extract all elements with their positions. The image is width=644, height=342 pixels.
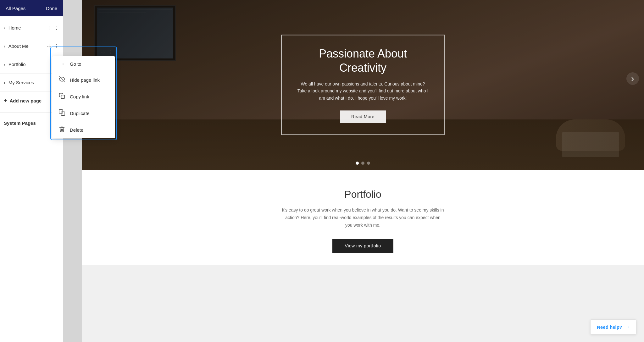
context-menu-border: ⊹ ⋮ → Go to [50, 47, 117, 140]
all-pages-label: All Pages [6, 6, 25, 11]
done-button[interactable]: Done [46, 6, 57, 11]
chevron-right-icon: › [4, 25, 5, 30]
add-page-label: Add new page [10, 98, 42, 103]
chevron-right-icon: › [4, 62, 5, 67]
hero-subtitle: We all have our own passions and talents… [297, 80, 429, 102]
home-item-icons: ⊹ ⋮ [47, 25, 59, 31]
chevron-right-icon: › [4, 80, 5, 85]
hero-read-more-button[interactable]: Read More [340, 111, 386, 123]
context-more-icon[interactable]: ⋮ [108, 49, 113, 55]
move-icon[interactable]: ⊹ [47, 25, 51, 31]
need-help-bar[interactable]: Need help? → [590, 319, 636, 334]
context-menu-goto[interactable]: → Go to [52, 56, 115, 72]
portfolio-section: Portfolio It's easy to do great work whe… [82, 170, 644, 265]
context-menu-overlay: ⊹ ⋮ → Go to [50, 47, 117, 140]
svg-rect-1 [61, 95, 65, 99]
context-menu-copy-link[interactable]: Copy link [52, 88, 115, 105]
context-menu-goto-label: Go to [70, 61, 81, 67]
hero-dot-2[interactable] [361, 162, 364, 165]
portfolio-title: Portfolio [94, 189, 631, 200]
svg-rect-3 [61, 112, 65, 116]
duplicate-icon [58, 109, 65, 117]
portfolio-description: It's easy to do great work when you beli… [281, 207, 445, 229]
context-menu-copy-label: Copy link [70, 94, 89, 99]
more-options-icon[interactable]: ⋮ [54, 25, 59, 31]
hero-dot-3[interactable] [367, 162, 370, 165]
eye-off-icon [58, 76, 65, 84]
preview-panel: ‹ › Passionate About Creativity We all h… [82, 0, 644, 342]
hero-next-arrow[interactable]: › [626, 72, 639, 85]
left-panel: All Pages Done › Home ⊹ ⋮ › About Me ⊹ ⋮… [0, 0, 63, 342]
system-pages-label: System Pages [4, 120, 36, 126]
left-header: All Pages Done [0, 0, 63, 16]
svg-rect-2 [59, 110, 63, 113]
context-menu-delete-label: Delete [70, 127, 83, 133]
need-help-arrow-icon: → [625, 324, 630, 330]
sidebar-item-about-me-label: About Me [8, 43, 47, 49]
copy-icon [58, 93, 65, 101]
view-portfolio-button[interactable]: View my portfolio [332, 239, 394, 253]
hero-dot-1[interactable] [356, 162, 359, 165]
context-menu-hide-label: Hide page link [70, 77, 100, 83]
sidebar-item-home[interactable]: › Home ⊹ ⋮ [0, 19, 63, 37]
arrow-right-icon: → [58, 61, 65, 67]
context-menu-duplicate-label: Duplicate [70, 111, 90, 116]
hero-content-box: Passionate About Creativity We all have … [281, 35, 445, 135]
context-menu: → Go to Hide page link [52, 56, 115, 138]
context-move-icon[interactable]: ⊹ [101, 49, 105, 55]
context-menu-hide-link[interactable]: Hide page link [52, 72, 115, 88]
sidebar-item-home-label: Home [8, 25, 47, 30]
context-menu-duplicate[interactable]: Duplicate [52, 105, 115, 122]
hero-section: ‹ › Passionate About Creativity We all h… [82, 0, 644, 170]
chevron-right-icon: › [4, 44, 5, 49]
need-help-label: Need help? [597, 324, 622, 330]
trash-icon [58, 126, 65, 134]
context-menu-delete[interactable]: Delete [52, 122, 115, 138]
plus-icon: + [4, 97, 7, 104]
hero-title: Passionate About Creativity [297, 47, 429, 75]
hero-dots [356, 162, 370, 165]
